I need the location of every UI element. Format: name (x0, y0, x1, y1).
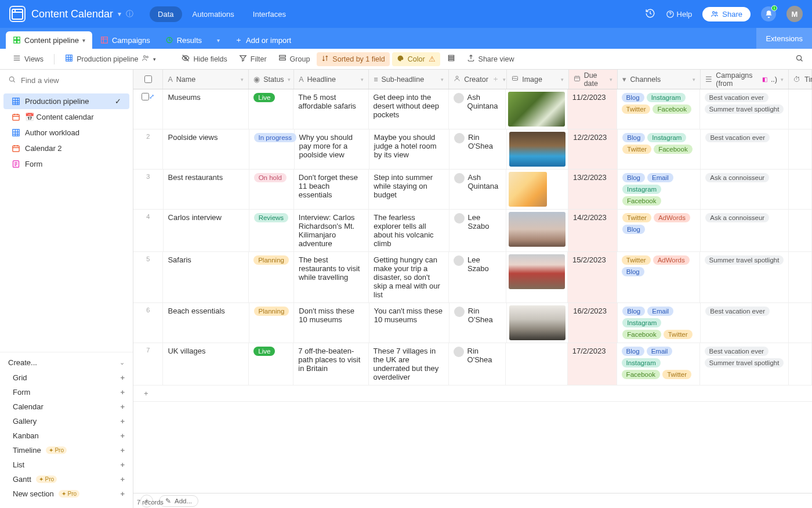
cell-campaigns[interactable]: Best vacation everSummer travel spotligh… (700, 343, 789, 385)
cell-due[interactable]: 15/2/2023 (568, 252, 617, 302)
campaign-pill[interactable]: Best vacation ever (705, 347, 769, 356)
chevron-down-icon[interactable]: ▾ (288, 77, 291, 82)
channel-pill[interactable]: Blog (622, 93, 644, 102)
cell-campaigns[interactable]: Best vacation ever (701, 129, 789, 169)
cell-name[interactable]: Museums (163, 89, 249, 129)
grid-body[interactable]: ⤢ Museums Live The 5 most affordable saf… (133, 89, 812, 493)
channel-pill[interactable]: Twitter (662, 370, 691, 379)
notifications-button[interactable]: 1 (761, 6, 776, 21)
cell-creator[interactable]: Rin O'Shea (449, 129, 507, 169)
channel-pill[interactable]: Email (647, 173, 673, 182)
cell-status[interactable]: Live (249, 89, 293, 129)
row-height-button[interactable] (443, 52, 460, 66)
cell-channels[interactable]: TwitterAdWordsBlog (617, 252, 700, 302)
channel-pill[interactable]: Twitter (664, 330, 693, 339)
row-checkbox[interactable] (142, 93, 149, 100)
create-view-type[interactable]: New section✦ Pro+ (3, 487, 129, 501)
cell-creator[interactable]: Ash Quintana (449, 170, 507, 209)
channel-pill[interactable]: Email (647, 347, 673, 356)
cell-subheadline[interactable]: Get deep into the desert without deep po… (369, 89, 449, 129)
campaign-pill[interactable]: Ask a connoisseur (705, 213, 769, 222)
cell-index[interactable]: 6 (133, 303, 163, 343)
cell-name[interactable]: Best restaurants (164, 170, 249, 209)
cell-image[interactable] (507, 129, 569, 169)
table-tab-results[interactable]: Results (158, 31, 209, 49)
tab-interfaces[interactable]: Interfaces (245, 6, 294, 22)
channel-pill[interactable]: Blog (622, 133, 645, 142)
create-view-type[interactable]: Calendar+ (3, 399, 129, 414)
tab-automations[interactable]: Automations (184, 6, 242, 22)
cell-channels[interactable]: BlogInstagramTwitterFacebook (617, 89, 700, 129)
col-channels[interactable]: ▾Channels▾ (618, 70, 701, 89)
cell-channels[interactable]: BlogInstagramTwitterFacebook (618, 129, 701, 169)
share-button[interactable]: Share (702, 7, 751, 21)
hide-fields-button[interactable]: Hide fields (177, 52, 231, 66)
table-tab-more[interactable]: ▾ (210, 31, 227, 49)
cell-status[interactable]: Live (249, 343, 293, 385)
cell-time[interactable] (789, 343, 812, 385)
cell-image[interactable] (506, 170, 568, 209)
cell-image[interactable] (506, 89, 567, 129)
find-view[interactable] (0, 70, 133, 91)
cell-name[interactable]: Safaris (163, 252, 249, 302)
cell-subheadline[interactable]: Step into summer while staying on budget (369, 170, 449, 209)
create-view-type[interactable]: Grid+ (3, 370, 129, 385)
cell-creator[interactable]: Rin O'Shea (449, 343, 506, 385)
cell-image[interactable] (506, 343, 567, 385)
channel-pill[interactable]: AdWords (654, 213, 690, 222)
cell-status[interactable]: Planning (249, 303, 295, 343)
cell-index[interactable]: 2 (133, 129, 163, 169)
cell-headline[interactable]: Interview: Carlos Richardson's Mt. Kilim… (294, 210, 369, 251)
cell-due[interactable]: 16/2/2023 (568, 303, 618, 343)
add-record-button[interactable]: ✎ Add... (159, 495, 198, 507)
cell-headline[interactable]: 7 off-the-beaten-path places to visit in… (293, 343, 368, 385)
cell-image[interactable] (506, 210, 568, 251)
channel-pill[interactable]: Blog (622, 307, 645, 316)
chevron-down-icon[interactable]: ▾ (82, 37, 85, 44)
sidebar-view-item[interactable]: 📅 Content calendar (3, 109, 129, 125)
cell-time[interactable] (789, 170, 812, 209)
col-headline[interactable]: AHeadline▾ (294, 70, 369, 89)
user-avatar[interactable]: M (786, 6, 803, 22)
history-icon[interactable] (645, 8, 655, 20)
cell-time[interactable] (789, 252, 812, 302)
cell-status[interactable]: Planning (249, 252, 294, 302)
channel-pill[interactable]: Email (647, 307, 673, 316)
cell-index[interactable]: 5 (133, 252, 163, 302)
create-view-header[interactable]: Create... ⌄ (0, 352, 133, 370)
table-row[interactable]: 5 Safaris Planning The best restaurants … (133, 252, 812, 303)
col-time[interactable]: ⏱Time (789, 70, 812, 89)
channel-pill[interactable]: Instagram (622, 358, 661, 368)
search-button[interactable] (795, 54, 804, 64)
cell-due[interactable]: 13/2/2023 (568, 170, 618, 209)
channel-pill[interactable]: Twitter (622, 145, 651, 154)
cell-name[interactable]: UK villages (163, 343, 249, 385)
create-view-type[interactable]: Timeline✦ Pro+ (3, 443, 129, 457)
channel-pill[interactable]: Twitter (622, 255, 651, 265)
cell-due[interactable]: 14/2/2023 (568, 210, 618, 251)
cell-headline[interactable]: The 5 most affordable safaris (293, 89, 368, 129)
table-tab-campaigns[interactable]: Campaigns (93, 31, 157, 49)
sidebar-view-item[interactable]: Form (3, 156, 129, 172)
cell-headline[interactable]: Why you should pay more for a poolside v… (295, 129, 369, 169)
cell-time[interactable] (789, 129, 812, 169)
tab-data[interactable]: Data (150, 6, 182, 22)
cell-headline[interactable]: Don't forget these 11 beach essentials (294, 170, 369, 209)
campaign-pill[interactable]: Ask a connoisseur (705, 173, 769, 182)
extensions-button[interactable]: Extensions (756, 28, 812, 49)
cell-subheadline[interactable]: The fearless explorer tells all about hi… (369, 210, 449, 251)
base-title[interactable]: Content Calendar ▾ ⓘ (31, 8, 133, 20)
cell-status[interactable]: Reviews (249, 210, 294, 251)
chevron-down-icon[interactable]: ▾ (241, 77, 244, 82)
cell-creator[interactable]: Lee Szabo (449, 252, 506, 302)
cell-campaigns[interactable]: Ask a connoisseur (701, 170, 789, 209)
channel-pill[interactable]: Facebook (652, 105, 691, 114)
col-creator[interactable]: Creator＋▾ (449, 70, 507, 89)
create-view-type[interactable]: Gallery+ (3, 414, 129, 428)
campaign-pill[interactable]: Best vacation ever (705, 93, 769, 102)
table-row[interactable]: ⤢ Museums Live The 5 most affordable saf… (133, 89, 812, 129)
cell-time[interactable] (789, 303, 812, 343)
table-row[interactable]: 7 UK villages Live 7 off-the-beaten-path… (133, 343, 812, 385)
cell-subheadline[interactable]: You can't miss these 10 museums (369, 303, 449, 343)
cell-status[interactable]: On hold (249, 170, 294, 209)
